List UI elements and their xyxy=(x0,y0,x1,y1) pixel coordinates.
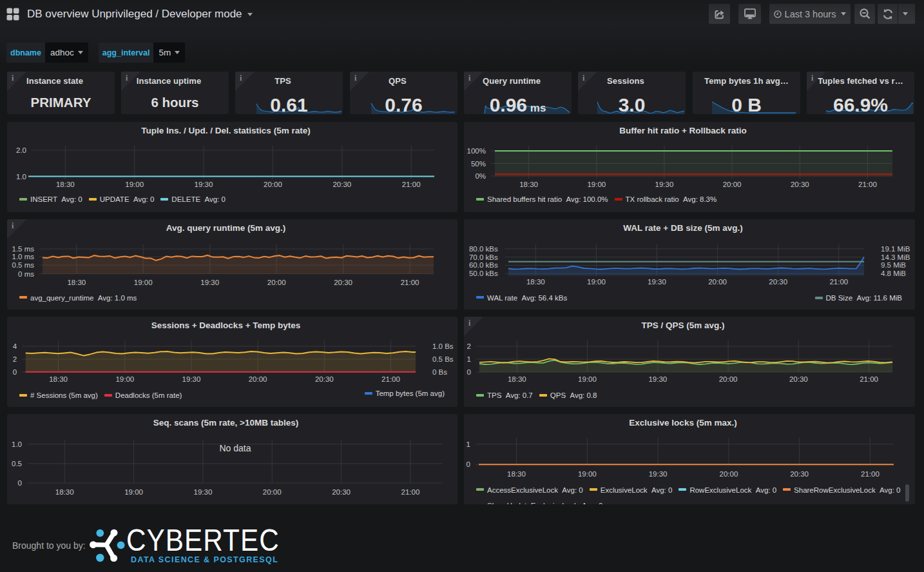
svg-text:4: 4 xyxy=(13,342,17,350)
svg-text:21:00: 21:00 xyxy=(402,181,421,188)
svg-text:19:30: 19:30 xyxy=(648,375,667,383)
svg-text:19:30: 19:30 xyxy=(194,488,213,496)
svg-text:21:00: 21:00 xyxy=(401,279,419,286)
svg-text:20:00: 20:00 xyxy=(267,279,286,286)
svg-text:19:00: 19:00 xyxy=(115,375,134,383)
svg-text:70.0 kBs: 70.0 kBs xyxy=(469,253,498,261)
svg-text:20:00: 20:00 xyxy=(720,470,738,478)
svg-text:0: 0 xyxy=(18,479,22,487)
svg-text:19:00: 19:00 xyxy=(587,278,606,286)
svg-text:19:30: 19:30 xyxy=(655,181,674,188)
svg-text:21:00: 21:00 xyxy=(861,470,880,478)
svg-text:20:30: 20:30 xyxy=(315,375,334,383)
svg-text:20:30: 20:30 xyxy=(769,278,787,286)
svg-text:0 Bs: 0 Bs xyxy=(432,368,447,376)
svg-text:100%: 100% xyxy=(467,147,486,155)
svg-text:20:00: 20:00 xyxy=(723,181,742,188)
svg-text:0%: 0% xyxy=(475,172,486,180)
svg-text:19:00: 19:00 xyxy=(125,181,144,188)
svg-text:60.0 kBs: 60.0 kBs xyxy=(469,261,498,269)
svg-text:19.1 MiB: 19.1 MiB xyxy=(881,245,910,253)
svg-text:1.0: 1.0 xyxy=(16,173,26,181)
svg-text:4.8 MiB: 4.8 MiB xyxy=(881,270,906,277)
svg-text:21:00: 21:00 xyxy=(401,488,420,496)
svg-text:20:30: 20:30 xyxy=(789,375,808,383)
svg-text:19:30: 19:30 xyxy=(200,279,219,286)
svg-text:0.5 ms: 0.5 ms xyxy=(12,261,34,269)
svg-text:20:00: 20:00 xyxy=(719,375,738,383)
svg-text:0.5: 0.5 xyxy=(12,460,22,468)
svg-text:18:30: 18:30 xyxy=(507,470,526,478)
svg-text:19:30: 19:30 xyxy=(649,470,668,478)
svg-text:14.3 MiB: 14.3 MiB xyxy=(881,253,910,261)
svg-text:20:00: 20:00 xyxy=(708,278,727,286)
svg-text:0: 0 xyxy=(467,368,471,376)
svg-text:1.0 Bs: 1.0 Bs xyxy=(432,342,454,350)
svg-text:1.0 ms: 1.0 ms xyxy=(12,253,34,261)
svg-text:1.0: 1.0 xyxy=(12,440,22,448)
svg-text:19:00: 19:00 xyxy=(578,470,597,478)
svg-text:20:00: 20:00 xyxy=(249,375,267,383)
svg-text:0: 0 xyxy=(13,368,17,376)
svg-text:18:30: 18:30 xyxy=(56,181,75,188)
svg-text:19:00: 19:00 xyxy=(134,279,153,286)
svg-text:21:00: 21:00 xyxy=(381,375,400,383)
svg-text:0: 0 xyxy=(467,460,470,468)
svg-text:1: 1 xyxy=(467,355,471,363)
svg-text:19:00: 19:00 xyxy=(578,375,597,383)
svg-text:No data: No data xyxy=(219,443,251,453)
svg-text:18:30: 18:30 xyxy=(519,181,538,188)
svg-text:0.5 Bs: 0.5 Bs xyxy=(432,355,454,363)
svg-text:19:00: 19:00 xyxy=(124,488,143,496)
svg-text:50.0 kBs: 50.0 kBs xyxy=(469,270,498,277)
svg-text:19:30: 19:30 xyxy=(648,278,666,286)
svg-text:21:00: 21:00 xyxy=(860,375,878,383)
svg-text:19:30: 19:30 xyxy=(195,181,213,188)
svg-text:1.5 ms: 1.5 ms xyxy=(12,245,34,253)
svg-text:19:00: 19:00 xyxy=(587,181,606,188)
svg-text:2.0: 2.0 xyxy=(16,146,26,154)
svg-text:20:00: 20:00 xyxy=(264,181,282,188)
svg-text:50%: 50% xyxy=(471,160,486,168)
svg-text:9.5 MiB: 9.5 MiB xyxy=(881,261,906,269)
svg-text:20:30: 20:30 xyxy=(791,181,809,188)
svg-text:20:30: 20:30 xyxy=(334,279,352,286)
svg-text:18:30: 18:30 xyxy=(508,375,526,383)
svg-text:18:30: 18:30 xyxy=(49,375,68,383)
svg-text:20:30: 20:30 xyxy=(332,181,351,188)
svg-text:20:30: 20:30 xyxy=(790,470,809,478)
svg-text:18:30: 18:30 xyxy=(55,488,74,496)
svg-text:21:00: 21:00 xyxy=(829,278,848,286)
svg-text:2: 2 xyxy=(467,342,471,350)
svg-text:20:00: 20:00 xyxy=(263,488,282,496)
svg-text:0 ms: 0 ms xyxy=(18,270,34,278)
svg-text:2: 2 xyxy=(13,355,17,363)
svg-text:1: 1 xyxy=(467,440,470,448)
svg-text:19:30: 19:30 xyxy=(182,375,201,383)
svg-text:21:00: 21:00 xyxy=(858,181,877,188)
svg-text:20:30: 20:30 xyxy=(332,488,351,496)
svg-text:18:30: 18:30 xyxy=(67,279,86,286)
svg-text:18:30: 18:30 xyxy=(526,278,545,286)
svg-text:80.0 kBs: 80.0 kBs xyxy=(469,245,498,253)
